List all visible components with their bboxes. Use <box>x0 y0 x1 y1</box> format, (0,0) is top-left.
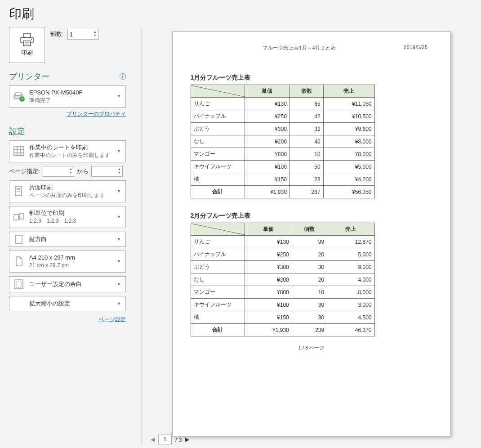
cell: 10 <box>289 148 323 161</box>
info-icon[interactable]: i <box>120 73 126 80</box>
diagonal-header-cell <box>191 85 245 98</box>
printer-properties-link[interactable]: プリンターのプロパティ <box>67 111 126 117</box>
page-from-input[interactable]: ▲▼ <box>43 166 74 177</box>
diagonal-header-cell <box>191 223 245 236</box>
duplex-dropdown[interactable]: 片面印刷 ページの片面のみを印刷します ▼ <box>9 180 126 202</box>
preview-page: フルーツ売上表1月～4月まとめ 2019/5/25 1月分フルーツ売上表単価個数… <box>172 31 451 436</box>
cell: 4,000 <box>327 273 374 286</box>
table-row: なし¥20040¥8,000 <box>191 135 374 148</box>
preview-table: 単価個数売上りんご¥13085¥11,050パイナップル¥25042¥10,50… <box>191 85 375 198</box>
chevron-down-icon: ▼ <box>117 301 122 306</box>
table-title: 2月分フルーツ売上表 <box>191 212 432 220</box>
table-row: なし¥200204,000 <box>191 273 374 286</box>
cell: 42 <box>289 110 323 123</box>
next-page-icon[interactable]: ▶ <box>185 436 189 443</box>
margins-dropdown[interactable]: ユーザー設定の余白 ▼ <box>9 276 126 292</box>
cell: ¥8,000 <box>323 148 374 161</box>
svg-rect-19 <box>16 235 22 243</box>
row-name: ぶどう <box>191 261 245 273</box>
cell: ¥130 <box>245 236 292 248</box>
cell: 4,500 <box>327 311 374 324</box>
chevron-down-icon: ▼ <box>117 215 122 219</box>
chevron-down-icon: ▼ <box>117 94 122 99</box>
table-row: 桃¥150304,500 <box>191 311 374 324</box>
copies-label: 部数: <box>50 30 64 38</box>
print-what-secondary: 作業中のシートのみを印刷します <box>29 152 112 159</box>
table-row: パイナップル¥25042¥10,500 <box>191 110 374 123</box>
chevron-up-icon[interactable]: ▲ <box>118 167 121 171</box>
cell: ¥800 <box>245 286 292 299</box>
copies-input[interactable] <box>70 31 88 38</box>
total-label: 合計 <box>191 324 245 336</box>
cell: ¥130 <box>245 98 289 110</box>
copies-down-icon[interactable]: ▼ <box>94 34 97 37</box>
cell: ¥9,600 <box>323 123 374 135</box>
table-row: マンゴー¥800108,000 <box>191 286 374 299</box>
cell: ¥11,050 <box>323 98 374 110</box>
table-row: りんご¥1309912,870 <box>191 236 374 248</box>
row-name: ぶどう <box>191 123 245 135</box>
cell: 99 <box>292 236 327 248</box>
paper-dropdown[interactable]: A4 210 x 297 mm 21 cm x 29.7 cm ▼ <box>9 251 126 273</box>
svg-line-23 <box>191 224 245 235</box>
total-row: 合計¥1,930287¥56,350 <box>191 186 374 198</box>
page-to-input[interactable]: ▲▼ <box>91 166 123 177</box>
page-number-input[interactable] <box>158 435 172 444</box>
cell: 30 <box>292 299 327 311</box>
row-name: パイナップル <box>191 110 245 123</box>
copies-up-icon[interactable]: ▲ <box>94 30 97 34</box>
margins-icon <box>13 279 25 289</box>
single-side-icon <box>13 186 25 197</box>
duplex-primary: 片面印刷 <box>29 184 112 192</box>
chevron-up-icon[interactable]: ▲ <box>69 167 72 171</box>
cell: ¥150 <box>245 311 292 324</box>
cell: 40 <box>289 135 323 148</box>
printer-dropdown[interactable]: EPSON PX-M5040F 準備完了 ▼ <box>9 85 126 108</box>
cell: 20 <box>292 248 327 261</box>
cell: ¥300 <box>245 123 289 135</box>
table-row: りんご¥13085¥11,050 <box>191 98 374 110</box>
cell: 28 <box>289 173 323 186</box>
cell: 12,870 <box>327 236 374 248</box>
chevron-down-icon[interactable]: ▼ <box>69 171 72 175</box>
copies-stepper[interactable]: ▲ ▼ <box>67 29 99 40</box>
row-name: キウイフルーツ <box>191 161 245 173</box>
page-total-label: / 3 <box>175 436 182 443</box>
page-setup-link[interactable]: ページ設定 <box>99 316 126 323</box>
cell: ¥100 <box>245 161 289 173</box>
cell: ¥200 <box>245 273 292 286</box>
table-row: マンゴー¥80010¥8,000 <box>191 148 374 161</box>
cell: 20 <box>292 273 327 286</box>
total-cell: 287 <box>289 186 323 198</box>
row-name: キウイフルーツ <box>191 299 245 311</box>
printer-heading: プリンター <box>9 71 49 82</box>
cell: 30 <box>292 311 327 324</box>
orientation-dropdown[interactable]: 縦方向 ▼ <box>9 232 126 247</box>
row-name: 桃 <box>191 311 245 324</box>
svg-rect-8 <box>14 147 24 156</box>
chevron-down-icon[interactable]: ▼ <box>118 171 121 175</box>
prev-page-icon[interactable]: ◀ <box>151 436 155 443</box>
row-name: マンゴー <box>191 148 245 161</box>
total-cell: ¥1,930 <box>245 324 292 336</box>
paper-primary: A4 210 x 297 mm <box>29 254 112 262</box>
svg-point-5 <box>31 39 32 40</box>
column-header: 単価 <box>245 223 292 236</box>
row-name: なし <box>191 135 245 148</box>
cell: ¥4,200 <box>323 173 374 186</box>
chevron-down-icon: ▼ <box>117 282 122 287</box>
row-name: 桃 <box>191 173 245 186</box>
print-button[interactable]: 印刷 <box>9 27 45 63</box>
svg-rect-7 <box>16 93 21 95</box>
collation-dropdown[interactable]: 部単位で印刷 1,2,3 1,2,3 1,2,3 ▼ <box>9 206 126 228</box>
svg-rect-2 <box>23 41 31 46</box>
column-header: 個数 <box>289 85 323 98</box>
table-row: キウイフルーツ¥100303,000 <box>191 299 374 311</box>
scaling-primary: 拡大縮小の設定 <box>29 300 112 308</box>
cell: ¥100 <box>245 299 292 311</box>
printer-device-icon <box>13 92 25 101</box>
page-nav: ◀ / 3 ▶ <box>151 435 189 445</box>
page-icon <box>13 256 25 266</box>
print-what-dropdown[interactable]: 作業中のシートを印刷 作業中のシートのみを印刷します ▼ <box>9 140 126 162</box>
scaling-dropdown[interactable]: 拡大縮小の設定 ▼ <box>9 296 126 311</box>
